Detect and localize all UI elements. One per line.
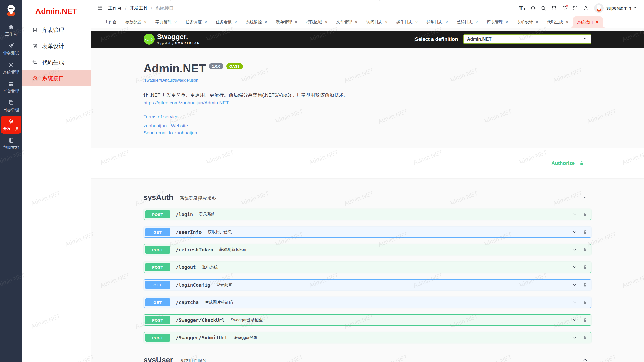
operation-actions [572, 265, 588, 270]
target-icon [32, 76, 38, 81]
close-icon[interactable]: ✕ [536, 20, 539, 24]
opblock[interactable]: GET/captcha生成图片验证码 [144, 297, 591, 308]
tag-header[interactable]: sysUser系统用户服务 [144, 356, 591, 362]
close-icon[interactable]: ✕ [264, 20, 267, 24]
api-description: 让 .NET 开发更简单、更通用、更流行。前后端分离架构(.NET6/Vue3)… [144, 92, 591, 98]
notification-badge [566, 4, 568, 7]
auth-lock-icon[interactable] [583, 212, 588, 217]
aim-button[interactable] [528, 3, 538, 13]
authorize-button[interactable]: Authorize [545, 158, 591, 168]
rail-item-workbench[interactable]: 工作台 [1, 21, 21, 39]
opblock[interactable]: GET/userInfo获取用户信息 [144, 227, 591, 238]
db-icon [32, 27, 38, 33]
auth-lock-icon[interactable] [583, 318, 588, 323]
auth-lock-icon[interactable] [583, 230, 588, 235]
close-icon[interactable]: ✕ [295, 20, 298, 24]
definition-select[interactable]: Admin.NET [463, 34, 591, 44]
close-icon[interactable]: ✕ [325, 20, 328, 24]
tab-item[interactable]: 代码生成✕ [543, 16, 573, 28]
tab-item[interactable]: 工作台 [100, 16, 121, 28]
rail-item-dev-tools[interactable]: 开发工具 [1, 116, 21, 134]
close-icon[interactable]: ✕ [475, 20, 478, 24]
repo-link[interactable]: https://gitee.com/zuohuaijun/Admin.NET [144, 100, 229, 106]
search-button[interactable] [538, 3, 549, 13]
tab-item[interactable]: 行政区域✕ [302, 16, 332, 28]
topbar-actions-group: TT superadmin [517, 3, 637, 13]
authorize-label: Authorize [551, 160, 575, 166]
opblock[interactable]: POST/Swagger/CheckUrlSwagger登录检查 [144, 314, 591, 326]
auth-lock-icon[interactable] [583, 335, 588, 340]
tag-section-sysUser: sysUser系统用户服务GET [144, 356, 591, 362]
spec-url-link[interactable]: /swagger/Default/swagger.json [144, 78, 198, 83]
sidebar-item-table-mgmt[interactable]: 库表管理 [22, 22, 91, 38]
close-icon[interactable]: ✕ [234, 20, 237, 24]
tab-item[interactable]: 任务调度✕ [181, 16, 211, 28]
auth-lock-icon[interactable] [583, 300, 588, 305]
tabbar: 工作台参数配置✕字典管理✕任务调度✕任务看板✕系统监控✕缓存管理✕行政区域✕文件… [91, 16, 644, 28]
opblock[interactable]: POST/Swagger/SubmitUrlSwagger登录 [144, 332, 591, 343]
tab-item[interactable]: 差异日志✕ [452, 16, 482, 28]
close-icon[interactable]: ✕ [174, 20, 177, 24]
notifications-button[interactable] [559, 3, 570, 13]
opblock[interactable]: GET/loginConfig登录配置 [144, 279, 591, 290]
collapse-sidebar-button[interactable] [97, 5, 103, 12]
rail-item-platform-mgmt[interactable]: 平台管理 [1, 78, 21, 96]
font-size-button[interactable]: TT [517, 3, 528, 13]
theme-button[interactable] [549, 3, 559, 13]
tab-item[interactable]: 表单设计✕ [513, 16, 543, 28]
close-icon[interactable]: ✕ [385, 20, 388, 24]
user-icon [583, 5, 589, 11]
tab-item[interactable]: 文件管理✕ [332, 16, 362, 28]
topbar-actions: TT [517, 3, 591, 13]
close-icon[interactable]: ✕ [566, 20, 569, 24]
close-icon[interactable]: ✕ [355, 20, 358, 24]
breadcrumb-item[interactable]: 开发工具 [130, 5, 148, 11]
opblock[interactable]: POST/refreshToken获取刷新Token [144, 244, 591, 255]
sidebar-item-code-gen[interactable]: 代码生成 [22, 54, 91, 70]
auth-lock-icon[interactable] [583, 265, 588, 270]
chevron-down-icon [633, 6, 637, 11]
tab-item[interactable]: 字典管理✕ [151, 16, 181, 28]
opblock[interactable]: POST/logout退出系统 [144, 262, 591, 273]
contact-link[interactable]: zuohuaijun - Website [144, 123, 188, 129]
tab-label: 工作台 [105, 20, 117, 25]
sidebar-item-label: 表单设计 [42, 42, 64, 50]
chip-icon [8, 118, 14, 124]
close-icon[interactable]: ✕ [505, 20, 508, 24]
rail-item-system-mgmt[interactable]: 系统管理 [1, 59, 21, 77]
sidebar-item-system-api[interactable]: 系统接口 [22, 70, 91, 86]
tab-item[interactable]: 缓存管理✕ [272, 16, 302, 28]
tab-item[interactable]: 系统监控✕ [242, 16, 272, 28]
fullscreen-button[interactable] [570, 3, 581, 13]
email-link[interactable]: Send email to zuohuaijun [144, 130, 197, 136]
tab-item[interactable]: 异常日志✕ [422, 16, 452, 28]
tab-item[interactable]: 库表管理✕ [482, 16, 513, 28]
user-menu[interactable]: superadmin [606, 5, 637, 11]
tab-item[interactable]: 任务看板✕ [211, 16, 242, 28]
select-definition-label: Select a definition [415, 36, 458, 42]
tag-header[interactable]: sysAuth系统登录授权服务 [144, 193, 591, 206]
profile-button[interactable] [581, 3, 591, 13]
close-icon[interactable]: ✕ [415, 20, 418, 24]
close-icon[interactable]: ✕ [204, 20, 207, 24]
terms-link[interactable]: Terms of service [144, 114, 178, 120]
avatar[interactable] [594, 3, 604, 13]
opblock[interactable]: POST/login登录系统 [144, 209, 591, 220]
breadcrumb-item[interactable]: 工作台 [108, 5, 122, 11]
auth-lock-icon[interactable] [583, 247, 588, 252]
rail-nav: 工作台业务测试系统管理平台管理日志管理开发工具帮助文档 [1, 21, 21, 153]
tab-label: 行政区域 [306, 20, 322, 25]
close-icon[interactable]: ✕ [144, 20, 147, 24]
tab-item[interactable]: 参数配置✕ [121, 16, 151, 28]
rail-item-business-test[interactable]: 业务测试 [1, 40, 21, 58]
rail-item-help-docs[interactable]: 帮助文档 [1, 134, 21, 153]
close-icon[interactable]: ✕ [596, 20, 599, 24]
auth-lock-icon[interactable] [583, 282, 588, 287]
rail-item-log-mgmt[interactable]: 日志管理 [1, 97, 21, 115]
sidebar-item-form-design[interactable]: 表单设计 [22, 38, 91, 54]
tab-item[interactable]: 操作日志✕ [392, 16, 422, 28]
tab-item[interactable]: 系统接口✕ [573, 16, 603, 28]
close-icon[interactable]: ✕ [445, 20, 448, 24]
tag-description: 系统登录授权服务 [180, 195, 216, 201]
tab-item[interactable]: 访问日志✕ [362, 16, 392, 28]
